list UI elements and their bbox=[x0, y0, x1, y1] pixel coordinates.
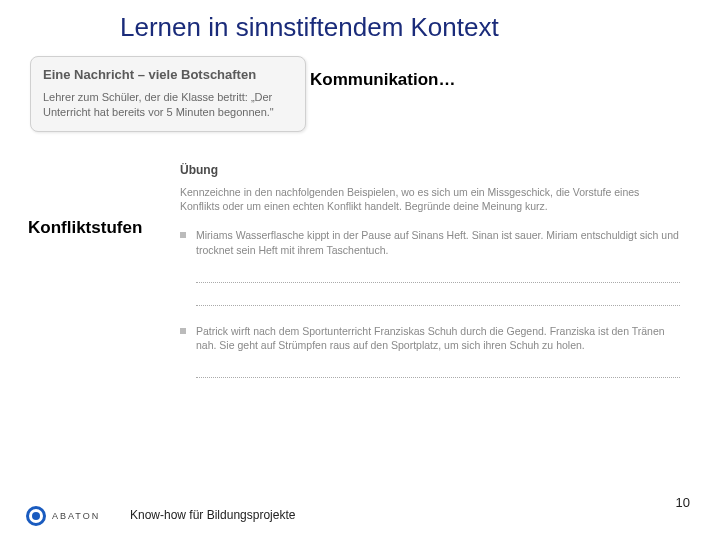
message-box-body: Lehrer zum Schüler, der die Klasse betri… bbox=[43, 90, 293, 121]
exercise-item: Miriams Wasserflasche kippt in der Pause… bbox=[180, 228, 680, 257]
page-number: 10 bbox=[676, 495, 690, 510]
exercise-block: Übung Kennzeichne in den nachfolgenden B… bbox=[180, 162, 680, 396]
label-konfliktstufen: Konfliktstufen bbox=[28, 218, 142, 238]
logo-text: ABATON bbox=[52, 511, 100, 521]
footer: ABATON Know-how für Bildungsprojekte 10 bbox=[0, 490, 720, 526]
writing-line bbox=[196, 291, 680, 306]
label-kommunikation: Kommunikation… bbox=[310, 70, 455, 90]
message-box: Eine Nachricht – viele Botschaften Lehre… bbox=[30, 56, 306, 132]
footer-tagline: Know-how für Bildungsprojekte bbox=[130, 508, 295, 522]
writing-line bbox=[196, 363, 680, 378]
slide-title: Lernen in sinnstiftendem Kontext bbox=[120, 12, 499, 43]
writing-lines bbox=[196, 363, 680, 378]
exercise-item: Patrick wirft nach dem Sportunterricht F… bbox=[180, 324, 680, 353]
writing-line bbox=[196, 268, 680, 283]
writing-lines bbox=[196, 268, 680, 306]
logo-icon bbox=[26, 506, 46, 526]
exercise-intro: Kennzeichne in den nachfolgenden Beispie… bbox=[180, 185, 680, 214]
message-box-title: Eine Nachricht – viele Botschaften bbox=[43, 67, 293, 82]
exercise-heading: Übung bbox=[180, 162, 680, 179]
logo: ABATON bbox=[26, 506, 100, 526]
